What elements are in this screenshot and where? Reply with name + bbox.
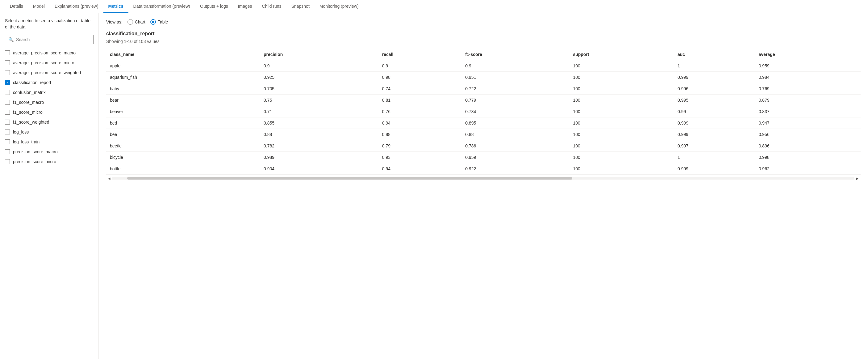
col-header-class-name: class_name [106, 49, 260, 60]
metric-checkbox-precision-score-micro[interactable] [5, 159, 10, 164]
col-header-auc: auc [674, 49, 755, 60]
chart-radio-option[interactable]: Chart [127, 19, 145, 25]
table-row: bed0.8550.940.8951000.9990.947 [106, 117, 861, 129]
metric-item-avg-precision-weighted[interactable]: average_precision_score_weighted [0, 68, 98, 78]
metric-checkbox-log-loss[interactable] [5, 130, 10, 135]
metric-checkbox-classification-report[interactable] [5, 80, 10, 85]
table-row: bee0.880.880.881000.9990.956 [106, 129, 861, 140]
metric-label-log-loss-train: log_loss_train [13, 139, 39, 144]
view-as-row: View as: Chart Table [106, 19, 861, 25]
cell-r0-c3: 0.9 [462, 60, 569, 72]
metric-item-confusion-matrix[interactable]: confusion_matrix [0, 87, 98, 98]
cell-r8-c6: 0.998 [755, 152, 861, 163]
metric-item-log-loss-train[interactable]: log_loss_train [0, 137, 98, 147]
cell-r5-c2: 0.94 [378, 117, 462, 129]
cell-r4-c1: 0.71 [260, 106, 378, 117]
metric-checkbox-log-loss-train[interactable] [5, 139, 10, 144]
cell-r3-c0: bear [106, 94, 260, 106]
metric-checkbox-f1-score-weighted[interactable] [5, 120, 10, 124]
metric-item-f1-score-weighted[interactable]: f1_score_weighted [0, 117, 98, 127]
scroll-left-arrow[interactable]: ◀ [106, 176, 112, 181]
tab-details[interactable]: Details [5, 0, 28, 13]
tab-images[interactable]: Images [233, 0, 257, 13]
cell-r2-c2: 0.74 [378, 83, 462, 94]
cell-r4-c4: 100 [569, 106, 674, 117]
cell-r5-c3: 0.895 [462, 117, 569, 129]
metric-label-avg-precision-weighted: average_precision_score_weighted [13, 70, 81, 75]
metric-item-f1-score-macro[interactable]: f1_score_macro [0, 98, 98, 107]
search-input[interactable] [16, 37, 90, 42]
cell-r3-c1: 0.75 [260, 94, 378, 106]
cell-r6-c2: 0.88 [378, 129, 462, 140]
col-header-recall: recall [378, 49, 462, 60]
metric-item-f1-score-micro[interactable]: f1_score_micro [0, 107, 98, 117]
cell-r3-c3: 0.779 [462, 94, 569, 106]
col-header-precision: precision [260, 49, 378, 60]
table-radio-circle[interactable] [150, 19, 156, 25]
metric-item-precision-score-macro[interactable]: precision_score_macro [0, 147, 98, 157]
cell-r9-c1: 0.904 [260, 163, 378, 175]
cell-r3-c4: 100 [569, 94, 674, 106]
metric-checkbox-avg-precision-micro[interactable] [5, 60, 10, 65]
main-layout: Select a metric to see a visualization o… [0, 13, 868, 359]
data-table-wrapper[interactable]: class_nameprecisionrecallf1-scoresupport… [106, 49, 861, 175]
cell-r9-c3: 0.922 [462, 163, 569, 175]
cell-r5-c5: 0.999 [674, 117, 755, 129]
cell-r7-c4: 100 [569, 140, 674, 152]
cell-r5-c1: 0.855 [260, 117, 378, 129]
metric-checkbox-confusion-matrix[interactable] [5, 90, 10, 95]
cell-r7-c6: 0.896 [755, 140, 861, 152]
cell-r2-c1: 0.705 [260, 83, 378, 94]
tab-explanations[interactable]: Explanations (preview) [50, 0, 103, 13]
tab-snapshot[interactable]: Snapshot [286, 0, 314, 13]
metric-checkbox-f1-score-micro[interactable] [5, 110, 10, 115]
cell-r7-c2: 0.79 [378, 140, 462, 152]
metric-label-precision-score-macro: precision_score_macro [13, 149, 58, 154]
scroll-right-arrow[interactable]: ▶ [855, 176, 861, 181]
tab-model[interactable]: Model [28, 0, 50, 13]
table-header: class_nameprecisionrecallf1-scoresupport… [106, 49, 861, 60]
cell-r5-c4: 100 [569, 117, 674, 129]
chart-radio-circle[interactable] [127, 19, 133, 25]
cell-r8-c2: 0.93 [378, 152, 462, 163]
cell-r0-c6: 0.959 [755, 60, 861, 72]
table-radio-label: Table [158, 20, 168, 24]
cell-r0-c1: 0.9 [260, 60, 378, 72]
metric-item-avg-precision-macro[interactable]: average_precision_score_macro [0, 48, 98, 58]
table-subtitle: Showing 1-10 of 103 values [106, 39, 861, 44]
metric-checkbox-avg-precision-weighted[interactable] [5, 70, 10, 75]
metric-item-classification-report[interactable]: classification_report [0, 78, 98, 87]
metric-label-classification-report: classification_report [13, 80, 51, 85]
metric-checkbox-f1-score-macro[interactable] [5, 100, 10, 105]
cell-r8-c1: 0.989 [260, 152, 378, 163]
cell-r8-c4: 100 [569, 152, 674, 163]
metric-item-avg-precision-micro[interactable]: average_precision_score_micro [0, 58, 98, 68]
table-row: beetle0.7820.790.7861000.9970.896 [106, 140, 861, 152]
scrollbar-track[interactable] [112, 177, 855, 179]
sidebar-description: Select a metric to see a visualization o… [0, 18, 98, 35]
scrollbar-thumb[interactable] [127, 177, 572, 179]
cell-r6-c0: bee [106, 129, 260, 140]
horizontal-scrollbar[interactable]: ◀ ▶ [106, 175, 861, 182]
metric-item-precision-score-micro[interactable]: precision_score_micro [0, 157, 98, 167]
search-box[interactable]: 🔍 [5, 35, 94, 44]
cell-r3-c2: 0.81 [378, 94, 462, 106]
cell-r1-c4: 100 [569, 72, 674, 83]
cell-r2-c4: 100 [569, 83, 674, 94]
search-icon: 🔍 [8, 37, 13, 42]
tab-outputs-logs[interactable]: Outputs + logs [195, 0, 233, 13]
metric-item-log-loss[interactable]: log_loss [0, 127, 98, 137]
cell-r1-c1: 0.925 [260, 72, 378, 83]
metric-checkbox-avg-precision-macro[interactable] [5, 50, 10, 55]
tab-child-runs[interactable]: Child runs [257, 0, 286, 13]
tab-metrics[interactable]: Metrics [103, 0, 128, 13]
table-radio-option[interactable]: Table [150, 19, 168, 25]
tab-data-transformation[interactable]: Data transformation (preview) [128, 0, 195, 13]
metric-checkbox-precision-score-macro[interactable] [5, 149, 10, 154]
cell-r9-c5: 0.999 [674, 163, 755, 175]
table-row: bottle0.9040.940.9221000.9990.962 [106, 163, 861, 175]
metric-label-f1-score-weighted: f1_score_weighted [13, 120, 50, 124]
table-title: classification_report [106, 31, 861, 36]
metric-label-f1-score-micro: f1_score_micro [13, 110, 42, 115]
tab-monitoring[interactable]: Monitoring (preview) [314, 0, 364, 13]
